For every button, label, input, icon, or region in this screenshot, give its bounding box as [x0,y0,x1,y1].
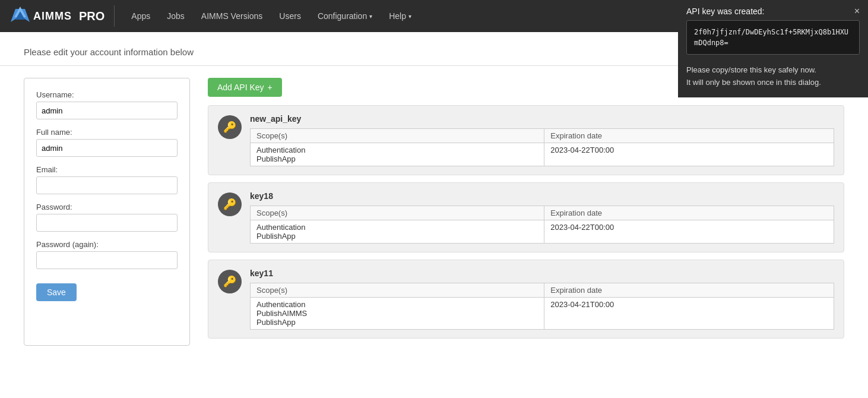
key-table: Scope(s) Expiration date Authentication … [250,206,834,244]
fullname-input[interactable] [36,139,178,157]
api-key-card-key18: 🔑 key18 Scope(s) Expiration date [208,182,844,252]
plus-icon: + [268,83,273,92]
api-key-card-key11: 🔑 key11 Scope(s) Expiration date [208,260,844,339]
key-name: new_api_key [250,114,834,124]
chevron-down-icon: ▾ [369,13,372,20]
key-content: key18 Scope(s) Expiration date Authent [250,191,834,244]
logo[interactable]: AIMMS [9,5,72,27]
username-label: Username: [36,90,178,99]
notice-line2: It will only be shown once in this dialo… [686,77,860,89]
account-form: Username: Full name: Email: Password: Pa… [24,78,190,346]
scope-cell: Authentication PublishApp [251,220,544,244]
key-icon: 🔑 [218,115,242,139]
pro-badge: PRO [79,10,104,23]
fullname-label: Full name: [36,128,178,137]
expiration-cell: 2023-04-22T00:00 [544,220,834,244]
email-label: Email: [36,165,178,174]
key-content: key11 Scope(s) Expiration date Authent [250,269,834,330]
scope-header: Scope(s) [251,283,544,298]
api-key-created-popup: API key was created: × 2f0h7jfjznf/DwDEy… [678,0,868,97]
add-api-key-button[interactable]: Add API Key + [208,78,282,97]
nav-item-apps[interactable]: Apps [124,7,157,26]
api-popup-notice: Please copy/store this key safely now. I… [678,61,868,97]
key-icon: 🔑 [218,192,242,216]
scope-header: Scope(s) [251,206,544,220]
password-again-label: Password (again): [36,240,178,249]
scope-cell: Authentication PublishAIMMS PublishApp [251,298,544,330]
logo-text: AIMMS [33,10,72,23]
username-input[interactable] [36,102,178,119]
table-row: Authentication PublishApp 2023-04-22T00:… [251,220,834,244]
expiration-cell: 2023-04-22T00:00 [544,143,834,166]
add-api-key-label: Add API Key [217,83,264,92]
nav-item-configuration[interactable]: Configuration ▾ [311,7,379,26]
password-label: Password: [36,203,178,211]
username-group: Username: [36,90,178,119]
notice-line1: Please copy/store this key safely now. [686,64,860,77]
aimms-logo-icon [9,5,31,27]
table-row: Authentication PublishApp 2023-04-22T00:… [251,143,834,166]
password-input[interactable] [36,214,178,232]
email-input[interactable] [36,176,178,194]
key-content: new_api_key Scope(s) Expiration date A [250,114,834,166]
popup-close-button[interactable]: × [854,6,860,17]
password-again-group: Password (again): [36,240,178,269]
key-icon: 🔑 [218,270,242,293]
api-key-card-new-api-key: 🔑 new_api_key Scope(s) Expiration date [208,105,844,175]
scope-cell: Authentication PublishApp [251,143,544,166]
fullname-group: Full name: [36,128,178,157]
password-group: Password: [36,203,178,232]
expiration-header: Expiration date [544,206,834,220]
expiration-cell: 2023-04-21T00:00 [544,298,834,330]
api-popup-header: API key was created: × [678,0,868,20]
chevron-down-icon: ▾ [408,13,411,20]
expiration-header: Expiration date [544,283,834,298]
key-table: Scope(s) Expiration date Authentication … [250,283,834,330]
nav-item-aimms-versions[interactable]: AIMMS Versions [194,7,270,26]
email-group: Email: [36,165,178,194]
nav-item-jobs[interactable]: Jobs [160,7,192,26]
nav-item-help[interactable]: Help ▾ [382,7,419,26]
nav-item-users[interactable]: Users [272,7,308,26]
table-row: Authentication PublishAIMMS PublishApp 2… [251,298,834,330]
api-key-value-box[interactable]: 2f0h7jfjznf/DwDEyhSc1f+5RKMjxQ8b1HXUmDQd… [686,20,860,55]
api-keys-section: Add API Key + 🔑 new_api_key Scope(s) Exp… [208,78,844,346]
password-again-input[interactable] [36,251,178,269]
logo-area: AIMMS PRO [9,5,115,27]
key-name: key11 [250,269,834,278]
api-popup-title: API key was created: [686,7,765,16]
key-table: Scope(s) Expiration date Authentication … [250,128,834,166]
save-button[interactable]: Save [36,283,77,301]
key-name: key18 [250,191,834,201]
page-subtitle: Please edit your account information bel… [24,47,194,57]
expiration-header: Expiration date [544,129,834,143]
scope-header: Scope(s) [251,129,544,143]
main-content: Username: Full name: Email: Password: Pa… [0,66,868,358]
